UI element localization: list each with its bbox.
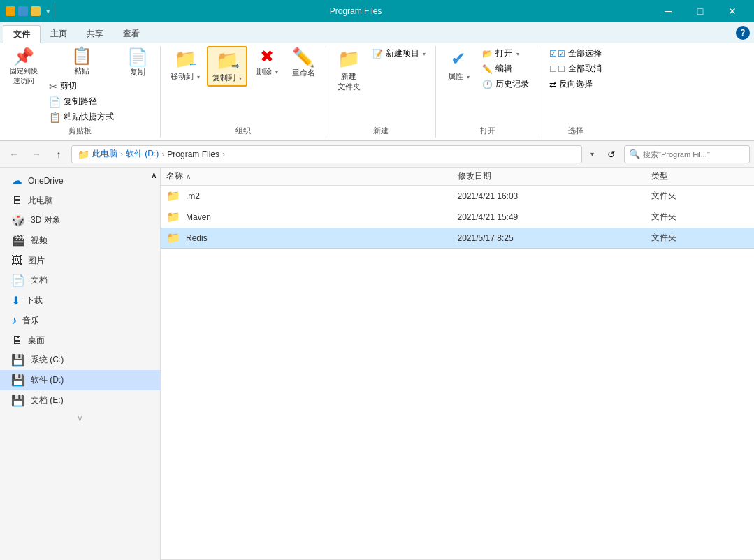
search-icon: 🔍 [629,149,640,159]
sidebar-item-thispc[interactable]: 🖥 此电脑 [0,191,160,210]
copy-to-button[interactable]: 📁 ⇒ 复制到 ▾ [207,46,247,87]
ribbon-group-organize: 📁 ← 移动到 ▾ 📁 ⇒ 复制到 ▾ ✖ 删除 ▾ ✏️ 重命名 组 [161,46,326,138]
file-name-maven: 📁 Maven [166,210,458,223]
tab-home[interactable]: 主页 [41,24,77,43]
move-to-icon: 📁 ← [174,48,196,70]
edit-button[interactable]: ✏️ 编辑 [478,61,533,76]
properties-button[interactable]: ✔ 属性 ▾ [442,46,475,84]
close-button[interactable]: ✕ [716,0,748,22]
file-date-maven: 2021/4/21 15:49 [458,212,652,222]
move-to-label: 移动到 ▾ [171,71,200,82]
open-button[interactable]: 📂 打开 ▾ [478,46,533,61]
sidebar-item-downloads[interactable]: ⬇ 下载 [0,290,160,311]
select-all-button[interactable]: ☑☑ 全部选择 [545,46,606,61]
forward-button[interactable]: → [27,145,46,164]
breadcrumb-pc[interactable]: 此电脑 [92,148,117,160]
file-label-m2: .m2 [186,191,200,201]
breadcrumb-d[interactable]: 软件 (D:) [126,148,159,160]
folder-icon-m2: 📁 [166,189,180,202]
search-bar: 🔍 [624,145,750,163]
file-name-redis: 📁 Redis [166,231,458,244]
new-folder-icon: 📁 [338,48,360,70]
copy-path-button[interactable]: 📄 复制路径 [45,94,118,109]
new-content: 📁 新建文件夹 📝 新建项目 ▾ [332,46,430,124]
tab-file[interactable]: 文件 [3,25,41,43]
maximize-button[interactable]: □ [684,0,716,22]
sidebar-item-documents[interactable]: 📄 文档 [0,270,160,290]
sidebar-item-softd[interactable]: 💾 软件 (D:) [0,370,160,390]
col-header-date[interactable]: 修改日期 [458,170,652,182]
deselect-all-icon: ☐☐ [549,64,565,74]
sidebar-item-onedrive[interactable]: ☁ OneDrive [0,170,160,191]
sidebar-label-onedrive: OneDrive [28,176,64,186]
title-icon-yellow2 [31,6,41,16]
sidebar-label-systemc: 系统 (C:) [31,354,64,366]
back-button[interactable]: ← [4,145,24,164]
new-folder-button[interactable]: 📁 新建文件夹 [332,46,365,94]
organize-content: 📁 ← 移动到 ▾ 📁 ⇒ 复制到 ▾ ✖ 删除 ▾ ✏️ 重命名 [166,46,320,124]
cut-button[interactable]: ✂ 剪切 [45,79,118,94]
open-small-btns: 📂 打开 ▾ ✏️ 编辑 🕐 历史记录 [478,46,533,91]
sidebar-item-desktop[interactable]: 🖥 桌面 [0,330,160,350]
col-header-type[interactable]: 类型 [651,170,748,182]
breadcrumb-dropdown[interactable]: ▾ [585,145,599,163]
history-label: 历史记录 [495,78,529,90]
paste-shortcut-button[interactable]: 📋 粘贴快捷方式 [45,110,118,124]
breadcrumb-bar: 📁 此电脑 › 软件 (D:) › Program Files › [71,145,582,163]
sidebar-item-video[interactable]: 🎬 视频 [0,230,160,251]
refresh-button[interactable]: ↺ [602,145,621,164]
sidebar-item-3d[interactable]: 🎲 3D 对象 [0,210,160,230]
music-icon: ♪ [11,314,17,327]
breadcrumb-current: Program Files [167,149,219,159]
tab-view[interactable]: 查看 [113,24,150,43]
delete-button[interactable]: ✖ 删除 ▾ [250,46,284,79]
minimize-button[interactable]: ─ [652,0,684,22]
tab-share[interactable]: 共享 [77,24,113,43]
rename-button[interactable]: ✏️ 重命名 [287,46,320,80]
title-separator [55,4,55,18]
pin-label: 固定到快速访问 [10,66,38,86]
folder-icon-maven: 📁 [166,210,180,223]
file-row-redis[interactable]: 📁 Redis 2021/5/17 8:25 文件夹 [161,228,754,249]
copy-path-icon: 📄 [49,96,61,108]
breadcrumb-folder-icon: 📁 [78,149,89,160]
new-item-button[interactable]: 📝 新建项目 ▾ [368,46,430,61]
copy-icon: 📄 [127,49,148,66]
paste-button[interactable]: 📋 粘贴 [45,46,118,78]
sidebar-collapse-btn[interactable]: ∧ [151,170,157,180]
sidebar-item-systemc[interactable]: 💾 系统 (C:) [0,350,160,370]
video-icon: 🎬 [11,234,25,247]
history-button[interactable]: 🕐 历史记录 [478,77,533,91]
new-item-label: 新建项目 ▾ [386,47,426,59]
select-all-label: 全部选择 [568,47,602,59]
invert-selection-button[interactable]: ⇄ 反向选择 [545,77,606,91]
file-type-redis: 文件夹 [651,232,748,244]
ribbon-group-open: ✔ 属性 ▾ 📂 打开 ▾ ✏️ 编辑 🕐 历史记录 打开 [436,46,539,138]
search-input[interactable] [643,150,745,159]
help-button[interactable]: ? [736,26,750,40]
edit-label: 编辑 [495,63,512,75]
file-row-maven[interactable]: 📁 Maven 2021/4/21 15:49 文件夹 [161,207,754,228]
sidebar-label-thispc: 此电脑 [28,195,53,207]
pictures-icon: 🖼 [11,254,22,267]
col-header-name[interactable]: 名称 ∧ [166,170,458,182]
sidebar-item-pictures[interactable]: 🖼 图片 [0,251,160,270]
file-name-m2: 📁 .m2 [166,189,458,202]
paste-icon: 📋 [71,47,92,64]
onedrive-icon: ☁ [11,174,22,187]
sidebar-scroll-down[interactable]: ∨ [0,411,160,426]
up-button[interactable]: ↑ [49,145,68,164]
sidebar-label-documents: 文档 [31,274,48,286]
copy-button[interactable]: 📄 复制 [121,46,154,80]
pin-to-quick-access-button[interactable]: 📌 固定到快速访问 [6,46,42,88]
move-to-button[interactable]: 📁 ← 移动到 ▾ [166,46,204,84]
file-list-header: 名称 ∧ 修改日期 类型 [161,168,754,186]
sidebar-item-music[interactable]: ♪ 音乐 [0,311,160,330]
title-bar-icons [6,6,41,16]
file-list-scroll[interactable]: 📁 .m2 2021/4/21 16:03 文件夹 📁 Maven 2021/4… [161,186,754,559]
downloads-icon: ⬇ [11,294,20,307]
file-row-m2[interactable]: 📁 .m2 2021/4/21 16:03 文件夹 [161,186,754,207]
deselect-all-button[interactable]: ☐☐ 全部取消 [545,61,606,76]
copy-to-label: 复制到 ▾ [212,73,242,83]
sidebar-item-filee[interactable]: 💾 文档 (E:) [0,390,160,411]
